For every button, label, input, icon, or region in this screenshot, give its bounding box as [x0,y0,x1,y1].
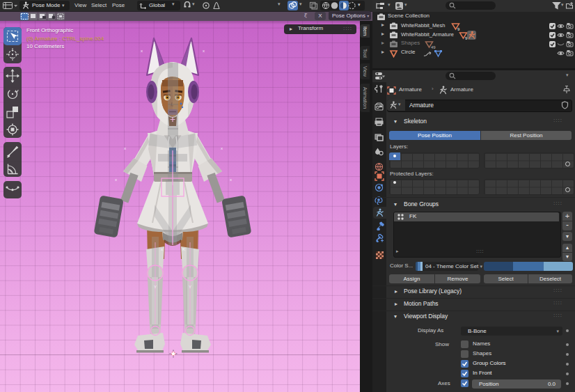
svg-text:x: x [221,146,223,150]
svg-text:x: x [141,49,143,53]
svg-text:x: x [203,49,205,53]
svg-text:x: x [124,146,126,150]
svg-text:Y: Y [154,285,157,289]
svg-text:Y: Y [189,285,191,289]
svg-text:K: K [182,247,185,251]
svg-text:x: x [115,178,117,182]
svg-text:49: 49 [431,45,436,49]
svg-text:x: x [161,247,163,251]
svg-text:9: 9 [457,27,460,31]
svg-text:x: x [230,178,232,182]
